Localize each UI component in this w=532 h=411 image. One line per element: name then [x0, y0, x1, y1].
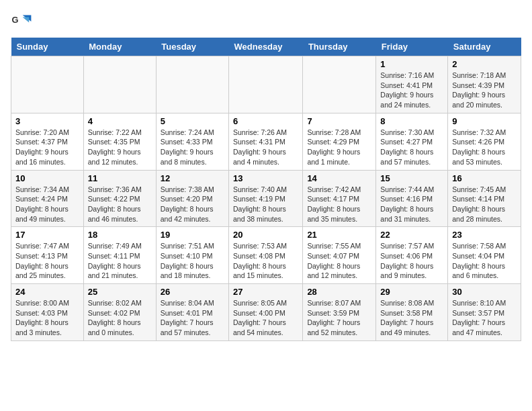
day-info: Sunrise: 7:44 AM Sunset: 4:16 PM Dayligh… — [380, 185, 443, 224]
svg-text:G: G — [12, 15, 19, 25]
day-info: Sunrise: 7:40 AM Sunset: 4:19 PM Dayligh… — [233, 185, 298, 224]
weekday-header-monday: Monday — [83, 38, 156, 56]
day-number: 27 — [233, 287, 298, 297]
day-number: 30 — [452, 287, 517, 297]
weekday-header-thursday: Thursday — [303, 38, 376, 56]
day-info: Sunrise: 7:53 AM Sunset: 4:08 PM Dayligh… — [233, 241, 298, 281]
week-row-3: 10Sunrise: 7:34 AM Sunset: 4:24 PM Dayli… — [11, 170, 521, 227]
day-info: Sunrise: 7:18 AM Sunset: 4:39 PM Dayligh… — [452, 71, 517, 110]
day-number: 21 — [307, 230, 371, 240]
calendar-cell: 3Sunrise: 7:20 AM Sunset: 4:37 PM Daylig… — [11, 113, 84, 170]
calendar-cell: 15Sunrise: 7:44 AM Sunset: 4:16 PM Dayli… — [376, 170, 448, 227]
day-info: Sunrise: 7:28 AM Sunset: 4:29 PM Dayligh… — [307, 128, 371, 167]
logo: G — [11, 11, 35, 32]
calendar-cell: 6Sunrise: 7:26 AM Sunset: 4:31 PM Daylig… — [229, 113, 303, 170]
calendar-cell — [83, 56, 156, 113]
day-info: Sunrise: 7:30 AM Sunset: 4:27 PM Dayligh… — [380, 128, 443, 167]
day-number: 2 — [452, 59, 517, 69]
week-row-5: 24Sunrise: 8:00 AM Sunset: 4:03 PM Dayli… — [11, 284, 521, 341]
day-number: 11 — [88, 173, 152, 183]
day-number: 25 — [88, 287, 152, 297]
weekday-header-wednesday: Wednesday — [229, 38, 303, 56]
day-info: Sunrise: 7:16 AM Sunset: 4:41 PM Dayligh… — [380, 71, 443, 110]
weekday-header-tuesday: Tuesday — [156, 38, 228, 56]
day-number: 8 — [380, 116, 443, 126]
day-number: 29 — [380, 287, 443, 297]
day-info: Sunrise: 7:51 AM Sunset: 4:10 PM Dayligh… — [161, 241, 224, 281]
day-number: 3 — [15, 116, 79, 126]
calendar-cell: 23Sunrise: 7:58 AM Sunset: 4:04 PM Dayli… — [448, 227, 521, 284]
calendar-cell: 26Sunrise: 8:04 AM Sunset: 4:01 PM Dayli… — [156, 284, 228, 341]
calendar-cell: 18Sunrise: 7:49 AM Sunset: 4:11 PM Dayli… — [83, 227, 156, 284]
day-info: Sunrise: 7:22 AM Sunset: 4:35 PM Dayligh… — [88, 128, 152, 167]
day-info: Sunrise: 7:57 AM Sunset: 4:06 PM Dayligh… — [380, 241, 443, 281]
day-number: 17 — [15, 230, 79, 240]
calendar-cell — [156, 56, 228, 113]
day-number: 23 — [452, 230, 517, 240]
calendar-cell: 11Sunrise: 7:36 AM Sunset: 4:22 PM Dayli… — [83, 170, 156, 227]
day-number: 18 — [88, 230, 152, 240]
page-header: G — [11, 11, 521, 32]
logo-icon: G — [11, 11, 32, 32]
calendar-cell: 25Sunrise: 8:02 AM Sunset: 4:02 PM Dayli… — [83, 284, 156, 341]
weekday-header-row: SundayMondayTuesdayWednesdayThursdayFrid… — [11, 38, 521, 56]
day-number: 12 — [161, 173, 224, 183]
day-number: 10 — [15, 173, 79, 183]
calendar-cell: 20Sunrise: 7:53 AM Sunset: 4:08 PM Dayli… — [229, 227, 303, 284]
day-info: Sunrise: 7:32 AM Sunset: 4:26 PM Dayligh… — [452, 128, 517, 167]
day-info: Sunrise: 7:58 AM Sunset: 4:04 PM Dayligh… — [452, 241, 517, 281]
day-info: Sunrise: 7:47 AM Sunset: 4:13 PM Dayligh… — [15, 241, 79, 281]
day-number: 26 — [161, 287, 224, 297]
day-number: 1 — [380, 59, 443, 69]
week-row-4: 17Sunrise: 7:47 AM Sunset: 4:13 PM Dayli… — [11, 227, 521, 284]
day-number: 24 — [15, 287, 79, 297]
day-info: Sunrise: 7:42 AM Sunset: 4:17 PM Dayligh… — [307, 185, 371, 224]
weekday-header-saturday: Saturday — [448, 38, 521, 56]
calendar-table: SundayMondayTuesdayWednesdayThursdayFrid… — [11, 38, 521, 341]
calendar-cell: 28Sunrise: 8:07 AM Sunset: 3:59 PM Dayli… — [303, 284, 376, 341]
day-number: 9 — [452, 116, 517, 126]
day-number: 16 — [452, 173, 517, 183]
calendar-cell: 2Sunrise: 7:18 AM Sunset: 4:39 PM Daylig… — [448, 56, 521, 113]
calendar-cell — [11, 56, 84, 113]
calendar-cell — [303, 56, 376, 113]
calendar-cell: 9Sunrise: 7:32 AM Sunset: 4:26 PM Daylig… — [448, 113, 521, 170]
day-info: Sunrise: 7:20 AM Sunset: 4:37 PM Dayligh… — [15, 128, 79, 167]
day-info: Sunrise: 8:05 AM Sunset: 4:00 PM Dayligh… — [233, 298, 298, 338]
day-number: 19 — [161, 230, 224, 240]
day-info: Sunrise: 7:24 AM Sunset: 4:33 PM Dayligh… — [161, 128, 224, 167]
day-info: Sunrise: 7:36 AM Sunset: 4:22 PM Dayligh… — [88, 185, 152, 224]
day-info: Sunrise: 8:00 AM Sunset: 4:03 PM Dayligh… — [15, 298, 79, 338]
day-number: 20 — [233, 230, 298, 240]
day-number: 6 — [233, 116, 298, 126]
calendar-cell: 12Sunrise: 7:38 AM Sunset: 4:20 PM Dayli… — [156, 170, 228, 227]
day-number: 7 — [307, 116, 371, 126]
day-info: Sunrise: 7:55 AM Sunset: 4:07 PM Dayligh… — [307, 241, 371, 281]
calendar-cell: 10Sunrise: 7:34 AM Sunset: 4:24 PM Dayli… — [11, 170, 84, 227]
calendar-cell: 14Sunrise: 7:42 AM Sunset: 4:17 PM Dayli… — [303, 170, 376, 227]
day-info: Sunrise: 7:38 AM Sunset: 4:20 PM Dayligh… — [161, 185, 224, 224]
calendar-cell: 19Sunrise: 7:51 AM Sunset: 4:10 PM Dayli… — [156, 227, 228, 284]
calendar-cell: 8Sunrise: 7:30 AM Sunset: 4:27 PM Daylig… — [376, 113, 448, 170]
week-row-1: 1Sunrise: 7:16 AM Sunset: 4:41 PM Daylig… — [11, 56, 521, 113]
day-number: 13 — [233, 173, 298, 183]
calendar-cell: 4Sunrise: 7:22 AM Sunset: 4:35 PM Daylig… — [83, 113, 156, 170]
day-info: Sunrise: 7:49 AM Sunset: 4:11 PM Dayligh… — [88, 241, 152, 281]
calendar-cell: 30Sunrise: 8:10 AM Sunset: 3:57 PM Dayli… — [448, 284, 521, 341]
day-number: 14 — [307, 173, 371, 183]
svg-marker-2 — [23, 17, 30, 23]
weekday-header-sunday: Sunday — [11, 38, 84, 56]
day-info: Sunrise: 7:45 AM Sunset: 4:14 PM Dayligh… — [452, 185, 517, 224]
calendar-cell: 13Sunrise: 7:40 AM Sunset: 4:19 PM Dayli… — [229, 170, 303, 227]
day-info: Sunrise: 8:10 AM Sunset: 3:57 PM Dayligh… — [452, 298, 517, 338]
calendar-cell: 5Sunrise: 7:24 AM Sunset: 4:33 PM Daylig… — [156, 113, 228, 170]
day-info: Sunrise: 8:04 AM Sunset: 4:01 PM Dayligh… — [161, 298, 224, 338]
calendar-cell: 29Sunrise: 8:08 AM Sunset: 3:58 PM Dayli… — [376, 284, 448, 341]
day-number: 28 — [307, 287, 371, 297]
day-info: Sunrise: 8:08 AM Sunset: 3:58 PM Dayligh… — [380, 298, 443, 338]
day-info: Sunrise: 7:34 AM Sunset: 4:24 PM Dayligh… — [15, 185, 79, 224]
calendar-cell: 1Sunrise: 7:16 AM Sunset: 4:41 PM Daylig… — [376, 56, 448, 113]
day-info: Sunrise: 7:26 AM Sunset: 4:31 PM Dayligh… — [233, 128, 298, 167]
day-number: 22 — [380, 230, 443, 240]
calendar-cell: 7Sunrise: 7:28 AM Sunset: 4:29 PM Daylig… — [303, 113, 376, 170]
